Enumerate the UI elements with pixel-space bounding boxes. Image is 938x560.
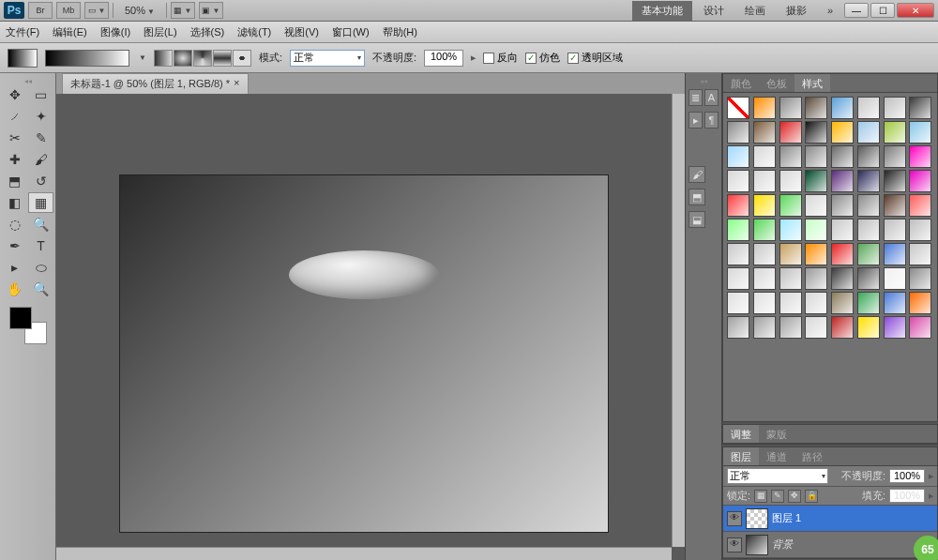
style-swatch[interactable] bbox=[884, 292, 906, 314]
pen-tool[interactable]: ✒ bbox=[2, 235, 27, 256]
dodge-tool[interactable]: 🔍 bbox=[28, 214, 53, 235]
style-swatch[interactable] bbox=[909, 194, 931, 217]
style-swatch[interactable] bbox=[857, 170, 880, 192]
horizontal-scrollbar[interactable] bbox=[56, 547, 672, 560]
style-swatch[interactable] bbox=[805, 292, 827, 314]
move-tool[interactable]: ✥ bbox=[2, 84, 27, 105]
vertical-scrollbar[interactable] bbox=[672, 94, 685, 547]
visibility-icon[interactable]: 👁 bbox=[727, 537, 742, 552]
gradient-linear[interactable] bbox=[154, 50, 173, 67]
style-swatch[interactable] bbox=[884, 243, 906, 265]
actions-icon[interactable]: ▸ bbox=[688, 112, 703, 129]
menu-image[interactable]: 图像(I) bbox=[100, 25, 130, 39]
crop-tool[interactable]: ✂ bbox=[2, 128, 27, 148]
reverse-checkbox[interactable]: 反向 bbox=[483, 51, 518, 65]
layer-thumbnail[interactable] bbox=[746, 535, 768, 555]
menu-view[interactable]: 视图(V) bbox=[284, 25, 319, 39]
viewmode-button[interactable]: ▭▼ bbox=[84, 2, 109, 19]
style-swatch[interactable] bbox=[909, 121, 931, 144]
wand-tool[interactable]: ✦ bbox=[28, 106, 53, 127]
style-swatch[interactable] bbox=[779, 316, 802, 339]
style-swatch[interactable] bbox=[857, 267, 880, 290]
panel-grip[interactable]: ◂◂ bbox=[2, 77, 53, 84]
type-tool[interactable]: T bbox=[28, 235, 53, 256]
layer-blend-select[interactable]: 正常▾ bbox=[727, 468, 828, 484]
style-swatch[interactable] bbox=[831, 243, 854, 265]
style-swatch[interactable] bbox=[909, 243, 931, 265]
lock-transparent-icon[interactable]: ▦ bbox=[754, 490, 767, 503]
eraser-tool[interactable]: ◧ bbox=[2, 192, 27, 213]
menu-file[interactable]: 文件(F) bbox=[6, 25, 39, 39]
style-swatch[interactable] bbox=[831, 145, 854, 168]
style-swatch[interactable] bbox=[909, 316, 931, 339]
style-swatch[interactable] bbox=[857, 194, 880, 217]
stamp-tool[interactable]: ⬒ bbox=[2, 171, 27, 191]
maximize-button[interactable]: ☐ bbox=[870, 3, 895, 18]
close-tab-icon[interactable]: × bbox=[234, 77, 239, 91]
workspace-tab-design[interactable]: 设计 bbox=[694, 1, 734, 21]
workspace-tab-essentials[interactable]: 基本功能 bbox=[632, 1, 692, 21]
paths-tab[interactable]: 路径 bbox=[794, 447, 830, 465]
hand-tool[interactable]: ✋ bbox=[2, 279, 27, 299]
style-swatch[interactable] bbox=[753, 170, 776, 192]
lock-pixels-icon[interactable]: ✎ bbox=[771, 490, 784, 503]
style-swatch[interactable] bbox=[753, 145, 776, 168]
menu-help[interactable]: 帮助(H) bbox=[383, 25, 417, 39]
character-icon[interactable]: A bbox=[704, 89, 719, 106]
fg-color[interactable] bbox=[9, 307, 32, 329]
style-swatch[interactable] bbox=[805, 316, 827, 339]
gradient-reflected[interactable] bbox=[213, 50, 232, 67]
style-swatch[interactable] bbox=[753, 121, 776, 144]
heal-tool[interactable]: ✚ bbox=[2, 149, 27, 170]
style-swatch[interactable] bbox=[779, 219, 802, 241]
style-swatch[interactable] bbox=[857, 292, 880, 314]
style-swatch[interactable] bbox=[909, 292, 931, 314]
style-swatch[interactable] bbox=[857, 145, 880, 168]
panel-grip[interactable]: ◂◂ bbox=[688, 77, 719, 84]
style-swatch[interactable] bbox=[727, 292, 749, 314]
style-swatch[interactable] bbox=[779, 170, 802, 192]
layer-fill-input[interactable]: 100% bbox=[889, 489, 925, 503]
style-swatch[interactable] bbox=[857, 121, 880, 144]
style-swatch[interactable] bbox=[779, 145, 802, 168]
lasso-tool[interactable]: ⟋ bbox=[2, 106, 27, 127]
style-swatch[interactable] bbox=[753, 267, 776, 290]
style-swatch[interactable] bbox=[884, 170, 906, 192]
masks-tab[interactable]: 蒙版 bbox=[759, 425, 794, 443]
style-swatch[interactable] bbox=[884, 145, 906, 168]
document-tab[interactable]: 未标题-1 @ 50% (图层 1, RGB/8) *× bbox=[62, 73, 249, 94]
history-brush-tool[interactable]: ↺ bbox=[28, 171, 53, 191]
zoom-level[interactable]: 50%▼ bbox=[117, 5, 162, 16]
style-swatch[interactable] bbox=[884, 219, 906, 241]
lock-all-icon[interactable]: 🔒 bbox=[805, 490, 818, 503]
style-swatch[interactable] bbox=[857, 316, 880, 339]
style-swatch[interactable] bbox=[831, 316, 854, 339]
close-button[interactable]: ✕ bbox=[897, 3, 934, 18]
style-swatch[interactable] bbox=[805, 219, 827, 241]
style-swatch[interactable] bbox=[727, 121, 749, 144]
blend-mode-select[interactable]: 正常▾ bbox=[290, 50, 365, 67]
transparency-checkbox[interactable]: ✓透明区域 bbox=[567, 51, 623, 65]
minibridge-button[interactable]: Mb bbox=[56, 2, 81, 19]
style-swatch[interactable] bbox=[753, 194, 776, 217]
style-swatch[interactable] bbox=[909, 170, 931, 192]
paragraph-icon[interactable]: ¶ bbox=[704, 112, 719, 129]
style-swatch[interactable] bbox=[831, 292, 854, 314]
style-swatch[interactable] bbox=[753, 97, 776, 119]
style-swatch[interactable] bbox=[727, 316, 749, 339]
style-swatch[interactable] bbox=[884, 267, 906, 290]
swatches-tab[interactable]: 色板 bbox=[759, 74, 794, 92]
style-swatch[interactable] bbox=[884, 316, 906, 339]
history-icon[interactable]: ≣ bbox=[688, 89, 703, 106]
arrange-button[interactable]: ▦▼ bbox=[171, 2, 195, 19]
dither-checkbox[interactable]: ✓仿色 bbox=[525, 51, 560, 65]
style-swatch[interactable] bbox=[727, 97, 749, 119]
style-swatch[interactable] bbox=[727, 170, 749, 192]
canvas[interactable] bbox=[120, 175, 608, 532]
style-swatch[interactable] bbox=[779, 97, 802, 119]
adjustments-tab[interactable]: 调整 bbox=[723, 425, 759, 443]
canvas-viewport[interactable] bbox=[56, 94, 672, 547]
style-swatch[interactable] bbox=[831, 194, 854, 217]
style-swatch[interactable] bbox=[857, 243, 880, 265]
style-swatch[interactable] bbox=[909, 145, 931, 168]
